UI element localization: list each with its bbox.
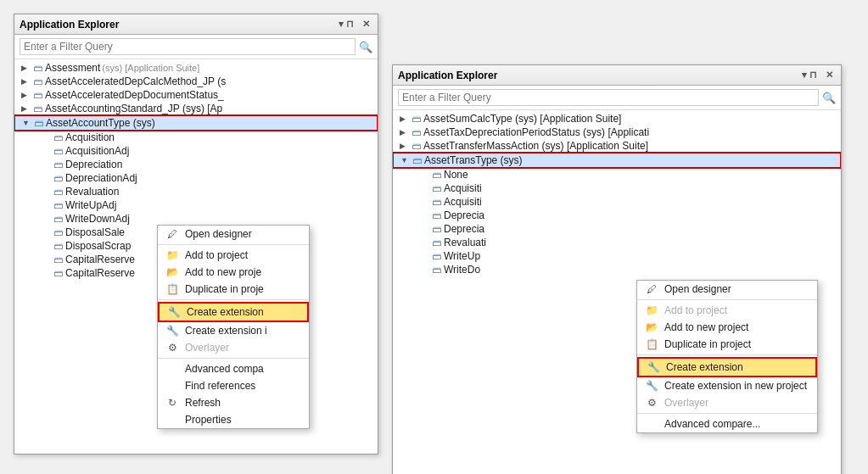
create-ext-icon-left: 🔧 [166,306,182,318]
tree-item-acquisitionAdj[interactable]: 🗃 AcquisitionAdj [14,144,378,158]
ctx-sep1-right [637,299,817,300]
ctx-adv-compare-left[interactable]: Advanced compa [158,360,309,377]
expand-assetAccStd: ▶ [21,104,31,113]
expand-assetTransMass: ▶ [400,142,410,150]
tree-item-assetAccelDep[interactable]: ▶ 🗃 AssetAcceleratedDepCalcMethod_JP (s [14,75,378,88]
assetTaxDep-label: AssetTaxDepreciationPeriodStatus (sys) [… [423,126,649,138]
node-icon-acquisitionAdj: 🗃 [53,146,63,156]
node-icon-acquisiti2-r: 🗃 [432,197,441,207]
tree-item-none[interactable]: 🗃 None [393,168,841,181]
ctx-create-ext-new-left[interactable]: 🔧 Create extension i [158,322,309,339]
tree-item-writeUp-r[interactable]: 🗃 WriteUp [393,249,841,263]
tree-item-writeDo-r[interactable]: 🗃 WriteDo [393,263,841,276]
assessment-tag: (sys) [Application Suite] [102,63,199,73]
tree-item-acquisiti-r[interactable]: 🗃 Acquisiti [393,181,841,195]
right-pin-button[interactable]: ▾ ⊓ [799,69,820,81]
ctx-create-ext-label-left: Create extension [187,306,264,318]
none-label: None [444,169,468,181]
left-panel-title: Application Explorer [20,19,119,31]
tree-item-writeDownAdj[interactable]: 🗃 WriteDownAdj [14,212,378,226]
revaluation-label: Revaluation [65,186,119,198]
node-icon-revaluati-r: 🗃 [432,237,441,248]
open-designer-icon-right: 🖊 [644,283,659,295]
ctx-add-project-left[interactable]: 📁 Add to project [158,247,309,264]
tree-item-deprecia2-r[interactable]: 🗃 Deprecia [393,222,841,236]
tree-item-assetAccStd[interactable]: ▶ 🗃 AssetAccountingStandard_JP (sys) [Ap [14,102,378,115]
ctx-create-ext-new-right[interactable]: 🔧 Create extension in new project [637,377,817,394]
node-icon-capitalReserve2: 🗃 [53,268,63,278]
tree-item-writeUpAdj[interactable]: 🗃 WriteUpAdj [14,198,378,212]
ctx-adv-compare-right[interactable]: Advanced compare... [637,415,817,432]
ctx-add-project-right: 📁 Add to project [637,302,817,319]
create-ext-new-icon-left: 🔧 [165,325,180,337]
acquisiti2-r-label: Acquisiti [444,196,482,208]
ctx-duplicate-left[interactable]: 📋 Duplicate in proje [158,281,309,298]
close-button[interactable]: ✕ [360,18,372,31]
ctx-refresh-left[interactable]: ↻ Refresh [158,394,309,411]
ctx-overlayer-label-left: Overlayer [185,342,229,354]
open-designer-icon-left: 🖊 [165,228,180,240]
node-icon-disposalScrap: 🗃 [53,241,63,251]
right-application-explorer: Application Explorer ▾ ⊓ ✕ 🔍 ▶ 🗃 AssetSu… [392,64,842,474]
tree-item-acquisiti2-r[interactable]: 🗃 Acquisiti [393,195,841,209]
ctx-properties-label-left: Properties [185,414,232,426]
tree-item-revaluati-r[interactable]: 🗃 Revaluati [393,236,841,249]
tree-item-assessment[interactable]: ▶ 🗃 Assessment (sys) [Application Suite] [14,61,378,75]
ctx-create-ext-new-label-left: Create extension i [185,325,267,337]
add-project-icon-right: 📁 [644,304,659,316]
left-search-input[interactable] [20,38,356,55]
ctx-open-designer-left[interactable]: 🖊 Open designer [158,226,309,243]
tree-item-assetTransMass[interactable]: ▶ 🗃 AssetTransferMassAction (sys) [Appli… [393,139,841,153]
tree-item-depreciationAdj[interactable]: 🗃 DepreciationAdj [14,171,378,185]
node-icon-writeDo-r: 🗃 [432,265,441,275]
ctx-add-project-label-left: Add to project [185,249,248,261]
left-tree-area: ▶ 🗃 Assessment (sys) [Application Suite]… [14,59,378,454]
node-icon-writeUp-r: 🗃 [432,251,441,261]
ctx-add-new-project-right[interactable]: 📂 Add to new project [637,319,817,336]
right-panel-title: Application Explorer [398,70,497,81]
add-new-project-icon-right: 📂 [644,321,659,333]
revaluati-r-label: Revaluati [444,237,486,248]
tree-item-deprecia-r[interactable]: 🗃 Deprecia [393,209,841,222]
ctx-create-ext-right[interactable]: 🔧 Create extension [637,357,817,377]
node-icon-depreciation: 🗃 [53,159,63,170]
node-icon-assessment: 🗃 [33,63,42,73]
ctx-add-new-project-left[interactable]: 📂 Add to new proje [158,264,309,281]
node-icon-capitalReserve: 🗃 [53,254,63,265]
node-icon-assetTransType: 🗃 [412,155,422,165]
ctx-create-ext-left[interactable]: 🔧 Create extension [158,302,309,322]
tree-item-depreciation[interactable]: 🗃 Depreciation [14,158,378,171]
assetAccStd-label: AssetAccountingStandard_JP (sys) [Ap [45,103,222,114]
expand-assetTransType: ▼ [400,156,411,165]
expand-assetTaxDep: ▶ [400,128,410,137]
ctx-sep3-left [158,358,309,359]
create-ext-new-icon-right: 🔧 [644,380,659,392]
ctx-open-designer-label-left: Open designer [185,228,252,240]
duplicate-icon-left: 📋 [165,283,180,295]
tree-item-acquisition[interactable]: 🗃 Acquisition [14,131,378,144]
node-icon-writeUpAdj: 🗃 [53,200,63,210]
deprecia2-r-label: Deprecia [444,223,484,235]
tree-item-assetAccType[interactable]: ▼ 🗃 AssetAccountType (sys) [14,115,378,131]
tree-item-assetTaxDep[interactable]: ▶ 🗃 AssetTaxDepreciationPeriodStatus (sy… [393,125,841,139]
left-search-icon: 🔍 [359,41,372,53]
writeDo-r-label: WriteDo [444,264,480,276]
acquisitionAdj-label: AcquisitionAdj [65,145,129,157]
pin-button[interactable]: ▾ ⊓ [336,18,356,31]
ctx-add-new-project-label-left: Add to new proje [185,266,261,278]
tree-item-assetTransType[interactable]: ▼ 🗃 AssetTransType (sys) [393,153,841,168]
ctx-find-refs-left[interactable]: Find references [158,377,309,394]
right-close-button[interactable]: ✕ [823,69,836,81]
ctx-duplicate-right[interactable]: 📋 Duplicate in project [637,336,817,353]
tree-item-revaluation[interactable]: 🗃 Revaluation [14,185,378,198]
node-icon-assetAccType: 🗃 [34,118,43,128]
tree-item-assetSumCalc[interactable]: ▶ 🗃 AssetSumCalcType (sys) [Application … [393,112,841,125]
ctx-open-designer-right[interactable]: 🖊 Open designer [637,281,817,298]
node-icon-disposalSale: 🗃 [53,227,63,237]
ctx-properties-left[interactable]: Properties [158,411,309,428]
depreciationAdj-label: DepreciationAdj [65,172,137,184]
tree-item-assetAccelDoc[interactable]: ▶ 🗃 AssetAcceleratedDepDocumentStatus_ [14,88,378,102]
node-icon-deprecia2-r: 🗃 [432,224,441,234]
right-search-input[interactable] [398,89,819,106]
node-icon-assetTaxDep: 🗃 [412,127,421,137]
